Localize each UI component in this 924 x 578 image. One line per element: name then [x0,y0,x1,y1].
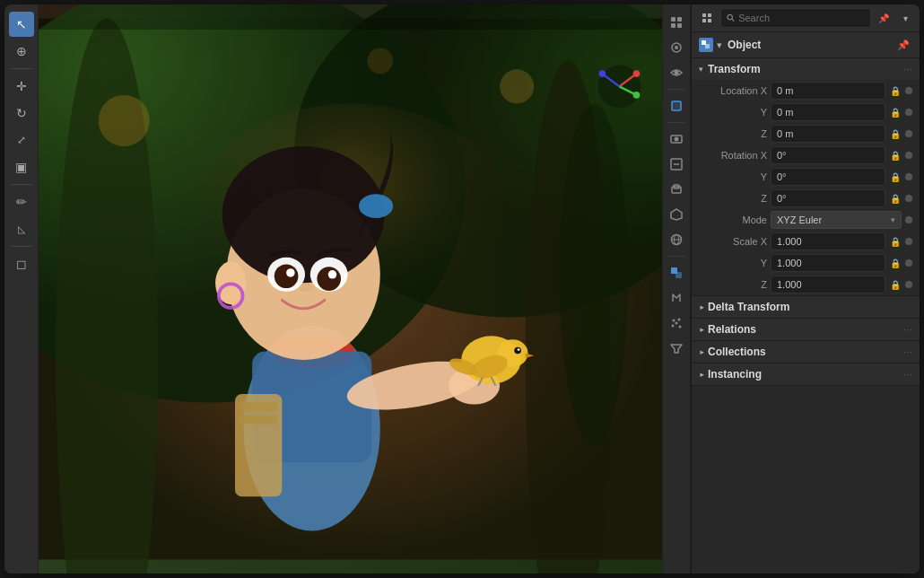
rotation-x-lock[interactable]: 🔒 [889,149,902,162]
side-icon-world[interactable] [666,229,687,250]
collections-arrow: ▾ [697,350,706,355]
scale-z-label: Z [704,279,767,290]
panel-header: 📌 ▾ [692,4,920,32]
svg-point-53 [675,46,678,49]
rotation-x-field[interactable]: 0° [771,146,885,164]
tool-transform[interactable]: ▣ [9,154,34,180]
location-x-value: 0 m [777,85,793,96]
scale-z-field[interactable]: 1.000 [771,276,885,293]
viewport[interactable] [39,4,662,574]
side-icon-scene[interactable] [666,12,687,33]
rotation-y-field[interactable]: 0° [771,168,885,186]
rotation-z-dot[interactable] [905,195,912,202]
panel-menu-btn[interactable] [697,8,717,28]
location-z-field[interactable]: 0 m [771,125,885,143]
location-y-field[interactable]: 0 m [771,103,885,121]
location-x-row: Location X 0 m 🔒 [692,80,920,101]
rotation-z-field[interactable]: 0° [771,189,885,207]
relations-header[interactable]: ▾ Relations ··· [692,319,920,340]
search-input[interactable] [738,13,865,23]
side-icon-tool[interactable] [666,37,687,58]
rotation-y-lock[interactable]: 🔒 [889,171,902,183]
delta-transform-title: Delta Transform [708,301,912,313]
tool-separator-1 [11,68,32,69]
side-icon-object-props[interactable] [666,262,687,284]
scale-x-field[interactable]: 1.000 [771,232,885,250]
instancing-title: Instancing [708,368,903,381]
svg-point-71 [676,322,678,325]
relations-arrow: ▾ [697,328,706,332]
delta-transform-arrow: ▾ [697,305,706,310]
side-icon-item[interactable] [666,95,687,117]
svg-rect-48 [671,17,676,22]
rotation-x-dot[interactable] [905,152,912,159]
location-x-lock[interactable]: 🔒 [889,84,902,97]
svg-rect-79 [705,44,710,48]
svg-rect-74 [702,19,706,22]
side-icon-modifiers[interactable] [666,287,687,309]
svg-rect-55 [672,101,681,110]
side-icon-render[interactable] [666,128,687,150]
scale-y-lock[interactable]: 🔒 [889,257,902,269]
side-sep-3 [667,256,685,257]
collections-header[interactable]: ▾ Collections ··· [692,341,920,363]
location-z-dot[interactable] [905,130,912,137]
scale-y-field[interactable]: 1.000 [771,254,885,272]
rotation-y-dot[interactable] [905,173,912,180]
svg-point-32 [286,268,295,277]
svg-point-27 [359,194,393,218]
tool-rotate[interactable]: ↻ [9,101,34,126]
location-y-dot[interactable] [905,109,912,116]
svg-rect-66 [676,272,682,278]
location-x-dot[interactable] [905,87,912,94]
transform-section-header[interactable]: ▾ Transform ··· [692,58,920,80]
properties-content[interactable]: ▾ Transform ··· Location X 0 m 🔒 Y [692,58,920,574]
rotation-mode-select[interactable]: XYZ Euler ▾ [771,211,902,229]
left-toolbar: ↖ ⊕ ✛ ↻ ⤢ ▣ ✏ ◺ ◻ [4,4,39,574]
tool-annotate[interactable]: ✏ [9,189,34,215]
side-icon-scene2[interactable] [666,204,687,225]
scale-z-row: Z 1.000 🔒 [692,274,920,295]
svg-point-69 [672,325,675,328]
rotation-z-lock[interactable]: 🔒 [889,192,902,205]
svg-point-45 [633,92,641,99]
instancing-arrow: ▾ [697,372,706,377]
location-y-lock[interactable]: 🔒 [889,106,902,118]
tool-measure[interactable]: ◺ [9,216,34,241]
instancing-header[interactable]: ▾ Instancing ··· [692,363,920,385]
delta-transform-header[interactable]: ▾ Delta Transform [692,296,920,318]
side-icon-output[interactable] [666,153,687,175]
scale-y-label: Y [704,258,767,268]
rotation-mode-dot[interactable] [905,216,912,223]
panel-dropdown-btn[interactable]: ▾ [896,9,914,27]
svg-point-31 [317,267,341,291]
tool-move[interactable]: ✛ [9,74,34,99]
svg-point-30 [275,264,299,288]
pin-btn[interactable]: 📌 [875,9,893,27]
tool-separator-2 [11,184,32,185]
scale-y-dot[interactable] [905,259,912,267]
object-pin-btn[interactable]: 📌 [894,36,912,54]
location-z-lock[interactable]: 🔒 [889,127,902,140]
side-icon-viewlayer[interactable] [666,179,687,200]
side-icon-view[interactable] [666,62,687,83]
scale-z-dot[interactable] [905,281,912,288]
side-icon-filter[interactable] [666,337,687,359]
transform-dots: ··· [903,63,912,75]
location-x-field[interactable]: 0 m [771,82,885,100]
collections-section: ▾ Collections ··· [692,341,920,363]
svg-rect-72 [702,13,706,17]
scale-x-label: Scale X [704,236,767,247]
tool-scale[interactable]: ⤢ [9,127,34,153]
tool-cursor[interactable]: ⊕ [9,39,34,64]
scale-x-dot[interactable] [905,238,912,245]
tool-select[interactable]: ↖ [9,12,34,37]
scale-x-lock[interactable]: 🔒 [889,235,902,248]
delta-transform-section: ▾ Delta Transform [692,296,920,319]
scale-z-lock[interactable]: 🔒 [889,278,902,291]
rotation-x-value: 0° [777,150,787,161]
tool-cage[interactable]: ◻ [9,251,34,276]
svg-point-9 [500,69,534,103]
side-icon-particles[interactable] [666,312,687,334]
location-x-label: Location X [704,85,767,96]
